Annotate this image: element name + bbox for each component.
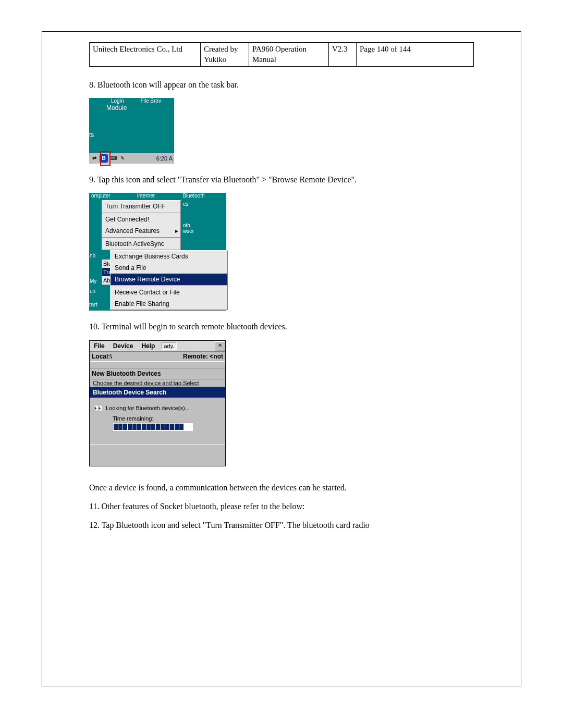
menu-send-a-file[interactable]: Send a File [111, 262, 227, 274]
bg-label-internet: Internet [135, 193, 181, 200]
choose-device-hint: Choose the desired device and tap Select [90, 379, 225, 387]
menu-device[interactable]: Device [109, 341, 138, 351]
screenshot-bt-search: File Device Help ady. ✕ Local:\ Remote: … [89, 340, 226, 466]
menu-help[interactable]: Help [137, 341, 159, 351]
time-remaining-label: Time remaining: [113, 415, 221, 422]
new-bt-devices-heading: New Bluetooth Devices [90, 368, 225, 379]
desktop-label-ts: ts [89, 131, 94, 139]
menu-bluetooth-activesync[interactable]: Bluetooth ActiveSync [102, 238, 180, 250]
step-8-text: 8. Bluetooth icon will appear on the tas… [89, 79, 474, 91]
page-frame: Unitech Electronics Co., Ltd Created by … [42, 31, 521, 686]
menu-enable-file-sharing[interactable]: Enable File Sharing [111, 298, 227, 310]
bg-label-computer: omputer [89, 193, 135, 200]
step-9-text: 9. Tap this icon and select "Transfer vi… [89, 174, 474, 186]
header-created: Created by Yukiko [201, 43, 249, 67]
search-progress-bar [113, 423, 193, 431]
bg-label-bluetooth: Bluetooth [180, 193, 226, 200]
menu-get-connected[interactable]: Get Connected! [102, 214, 180, 225]
bg-frag-es: es [183, 201, 226, 207]
search-eyes-icon: 👀 [94, 404, 102, 412]
bt-browser-menubar: File Device Help ady. ✕ [90, 341, 225, 352]
menu-receive-contact-or-file[interactable]: Receive Contact or File [111, 287, 227, 298]
bg-frag-my: My [89, 278, 102, 284]
dialog-bottom-area [90, 445, 225, 466]
header-table: Unitech Electronics Co., Ltd Created by … [89, 42, 474, 67]
step-10-text: 10. Terminal will begin to search remote… [89, 321, 474, 332]
bg-frag-oth: oth [183, 223, 226, 228]
transfer-submenu: Exchange Business Cards Send a File Brow… [110, 250, 228, 310]
bg-frag-wser: wser [183, 228, 226, 234]
menu-browse-remote-device[interactable]: Browse Remote Device [111, 274, 227, 285]
taskbar-clock: 6:20 A [156, 155, 174, 162]
menu-turn-transmitter-off[interactable]: Turn Transmitter OFF [102, 201, 180, 212]
desktop-label-filebrow: File Brov [137, 98, 164, 104]
menu-advanced-features[interactable]: Advanced Features [102, 225, 180, 237]
bt-browser-toolbar [90, 361, 225, 368]
remote-path-label: Remote: <not [183, 353, 223, 360]
screenshot-bt-menu: omputer Internet Bluetooth nb My un Turn… [89, 193, 226, 311]
bt-search-dialog-body: 👀 Looking for Bluetooth device(s)... Tim… [90, 398, 225, 445]
header-company: Unitech Electronics Co., Ltd [90, 43, 201, 67]
desktop-label-login: Login [108, 98, 127, 104]
tray-misc-icon[interactable]: ✎ [118, 154, 127, 163]
menu-file[interactable]: File [90, 341, 109, 351]
start-label[interactable]: tart [89, 301, 102, 310]
header-version: V2.3 [329, 43, 357, 67]
step-11-text: 11. Other features of Socket bluetooth, … [89, 501, 474, 512]
header-page: Page 140 of 144 [357, 43, 474, 67]
bg-frag-un: un [89, 288, 102, 294]
close-button[interactable]: ✕ [215, 341, 225, 351]
bluetooth-highlight-box [100, 151, 111, 166]
status-ready: ady. [161, 342, 177, 350]
local-path-label: Local:\ [92, 353, 183, 360]
document-page: Unitech Electronics Co., Ltd Created by … [0, 0, 563, 728]
step-12-text: 12. Tap Bluetooth icon and select "Turn … [89, 520, 474, 531]
once-found-text: Once a device is found, a communication … [89, 482, 474, 493]
bt-search-dialog-title: Bluetooth Device Search [90, 387, 225, 398]
tray-network-icon[interactable]: ⇄ [90, 154, 99, 163]
looking-text: Looking for Bluetooth device(s)... [106, 405, 190, 411]
header-doc: PA960 Operation Manual [249, 43, 329, 67]
desktop-label-module: Module [106, 104, 127, 112]
taskbar: ⇄ B ⌨ ✎ 6:20 A [89, 153, 174, 164]
screenshot-taskbar: Login File Brov Module ts ⇄ B ⌨ ✎ 6:20 A [89, 98, 174, 164]
bg-frag-nb: nb [89, 253, 102, 258]
bluetooth-main-menu: Turn Transmitter OFF Get Connected! Adva… [102, 200, 181, 250]
menu-exchange-business-cards[interactable]: Exchange Business Cards [111, 251, 227, 262]
